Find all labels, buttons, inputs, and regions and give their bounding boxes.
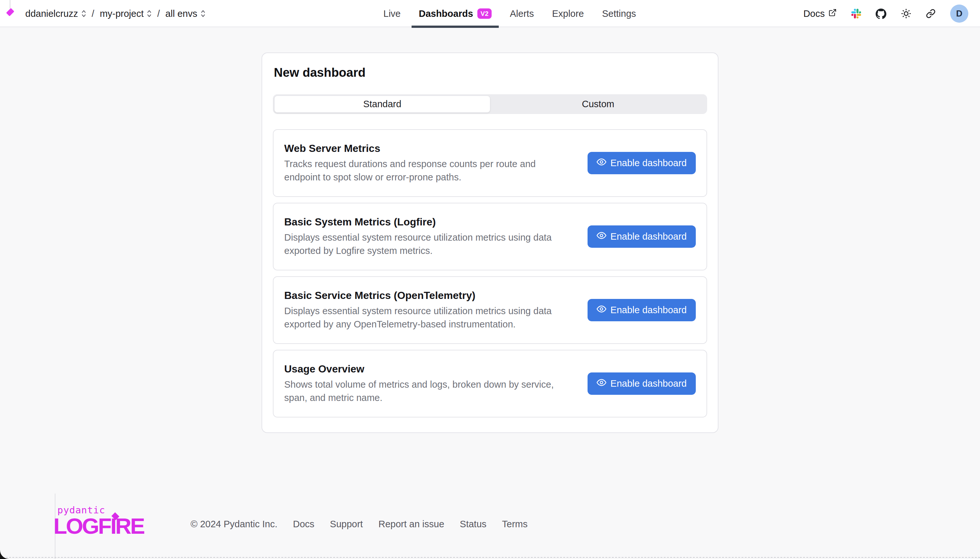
template-title: Web Server Metrics — [284, 142, 536, 154]
chevron-up-down-icon — [201, 10, 206, 18]
tab-dashboards-label: Dashboards — [419, 8, 473, 19]
docs-label: Docs — [803, 8, 825, 19]
v2-badge: V2 — [478, 8, 492, 19]
tab-settings[interactable]: Settings — [595, 0, 643, 27]
user-avatar[interactable]: D — [950, 5, 968, 23]
new-dashboard-card: New dashboard Standard Custom Web Server… — [262, 53, 718, 433]
tab-settings-label: Settings — [602, 8, 636, 19]
eye-icon — [597, 378, 606, 390]
tab-explore-label: Explore — [552, 8, 584, 19]
nav-right-actions: Docs D — [803, 0, 968, 27]
enable-dashboard-label: Enable dashboard — [610, 231, 687, 242]
enable-dashboard-button[interactable]: Enable dashboard — [587, 299, 696, 321]
tab-live[interactable]: Live — [376, 0, 408, 27]
template-card-basic-system-metrics: Basic System Metrics (Logfire) Displays … — [273, 203, 707, 270]
page-title: New dashboard — [274, 66, 707, 79]
template-text: Web Server Metrics Tracks request durati… — [284, 142, 536, 184]
template-title: Basic System Metrics (Logfire) — [284, 216, 552, 228]
footer-link-terms[interactable]: Terms — [502, 519, 527, 529]
template-title: Usage Overview — [284, 363, 554, 375]
breadcrumb: ddanielcruzz / my-project / all envs — [25, 0, 206, 27]
eye-icon — [597, 231, 606, 243]
footer: pydantic LOGFIRE © 2024 Pydantic Inc. Do… — [0, 494, 980, 559]
page: ddanielcruzz / my-project / all envs — [0, 0, 980, 559]
enable-dashboard-button[interactable]: Enable dashboard — [587, 225, 696, 248]
slack-icon[interactable] — [851, 9, 861, 18]
main-nav-tabs: Live Dashboards V2 Alerts Explore Settin… — [376, 0, 643, 27]
breadcrumb-org-label: ddanielcruzz — [25, 8, 78, 19]
template-card-web-server-metrics: Web Server Metrics Tracks request durati… — [273, 129, 707, 197]
enable-dashboard-label: Enable dashboard — [610, 378, 687, 389]
breadcrumb-separator: / — [157, 8, 160, 19]
tab-custom[interactable]: Custom — [490, 96, 706, 113]
theme-sun-icon[interactable] — [901, 8, 911, 19]
template-description: Shows total volume of metrics and logs, … — [284, 378, 554, 405]
breadcrumb-project-selector[interactable]: my-project — [100, 8, 152, 19]
breadcrumb-project-label: my-project — [100, 8, 144, 19]
tab-alerts-label: Alerts — [510, 8, 534, 19]
tab-live-label: Live — [383, 8, 401, 19]
copyright-text: © 2024 Pydantic Inc. — [191, 519, 277, 529]
enable-dashboard-label: Enable dashboard — [610, 158, 687, 169]
footer-link-docs[interactable]: Docs — [293, 519, 314, 529]
main-content: New dashboard Standard Custom Web Server… — [0, 53, 980, 433]
logfire-diamond-icon[interactable] — [6, 8, 14, 16]
chevron-up-down-icon — [147, 10, 152, 18]
template-description: Tracks request durations and response co… — [284, 157, 536, 184]
tab-standard[interactable]: Standard — [274, 96, 490, 113]
enable-dashboard-button[interactable]: Enable dashboard — [587, 372, 696, 395]
link-icon[interactable] — [926, 9, 935, 18]
top-nav: ddanielcruzz / my-project / all envs — [0, 0, 980, 27]
logfire-logo-text: LOGFIRE — [53, 515, 144, 537]
template-text: Basic Service Metrics (OpenTelemetry) Di… — [284, 289, 552, 331]
eye-icon — [597, 304, 606, 316]
template-description: Displays essential system resource utili… — [284, 304, 552, 331]
footer-links: © 2024 Pydantic Inc. Docs Support Report… — [191, 519, 527, 529]
enable-dashboard-button[interactable]: Enable dashboard — [587, 152, 696, 174]
docs-link[interactable]: Docs — [803, 8, 837, 19]
breadcrumb-separator: / — [92, 8, 94, 19]
breadcrumb-org-selector[interactable]: ddanielcruzz — [25, 8, 86, 19]
footer-link-report-an-issue[interactable]: Report an issue — [378, 519, 444, 529]
bottom-dashed-guide-line — [3, 557, 980, 558]
footer-link-status[interactable]: Status — [460, 519, 486, 529]
template-text: Basic System Metrics (Logfire) Displays … — [284, 216, 552, 258]
template-card-usage-overview: Usage Overview Shows total volume of met… — [273, 350, 707, 417]
template-title: Basic Service Metrics (OpenTelemetry) — [284, 289, 552, 301]
tab-dashboards[interactable]: Dashboards V2 — [411, 0, 499, 27]
template-description: Displays essential system resource utili… — [284, 231, 552, 258]
tab-alerts[interactable]: Alerts — [502, 0, 541, 27]
breadcrumb-env-selector[interactable]: all envs — [165, 8, 205, 19]
tab-explore[interactable]: Explore — [545, 0, 591, 27]
chevron-up-down-icon — [81, 10, 86, 18]
template-card-basic-service-metrics: Basic Service Metrics (OpenTelemetry) Di… — [273, 276, 707, 344]
breadcrumb-env-label: all envs — [165, 8, 197, 19]
brand-tick-line — [10, 0, 10, 8]
eye-icon — [597, 157, 606, 169]
github-icon[interactable] — [876, 8, 886, 19]
external-link-icon — [828, 8, 837, 19]
pydantic-logfire-logo[interactable]: pydantic LOGFIRE — [0, 494, 152, 539]
footer-link-support[interactable]: Support — [330, 519, 363, 529]
enable-dashboard-label: Enable dashboard — [610, 305, 687, 316]
template-text: Usage Overview Shows total volume of met… — [284, 363, 554, 405]
dashboard-type-switcher: Standard Custom — [273, 94, 707, 114]
template-list: Web Server Metrics Tracks request durati… — [273, 129, 707, 417]
